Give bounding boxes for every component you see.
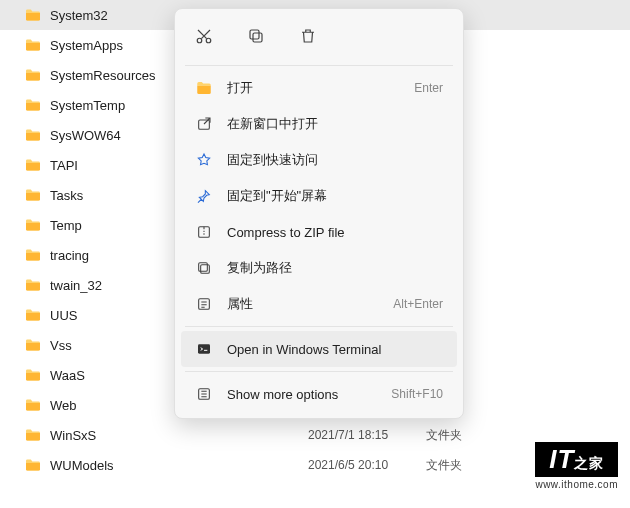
folder-open-icon (195, 79, 213, 97)
svg-rect-4 (199, 120, 210, 129)
context-menu: 打开 Enter 在新窗口中打开 固定到快速访问 固定到"开始"屏幕 Compr… (174, 8, 464, 419)
svg-point-0 (197, 38, 202, 43)
folder-icon (24, 338, 42, 352)
menu-new-window[interactable]: 在新窗口中打开 (181, 106, 457, 142)
folder-icon (24, 248, 42, 262)
folder-type: 文件夹 (426, 427, 486, 444)
copy-icon (247, 27, 265, 45)
context-menu-toolbar (175, 15, 463, 61)
menu-more-options[interactable]: Show more options Shift+F10 (181, 376, 457, 412)
menu-label: 属性 (227, 295, 379, 313)
folder-icon (24, 428, 42, 442)
menu-label: Compress to ZIP file (227, 225, 443, 240)
divider (185, 65, 453, 66)
cut-icon (195, 27, 213, 45)
menu-label: 复制为路径 (227, 259, 443, 277)
menu-pin-quick[interactable]: 固定到快速访问 (181, 142, 457, 178)
star-icon (195, 151, 213, 169)
folder-icon (24, 98, 42, 112)
folder-icon (24, 8, 42, 22)
watermark-logo-text: IT (549, 444, 574, 474)
watermark: IT之家 www.ithome.com (535, 442, 618, 490)
folder-icon (24, 128, 42, 142)
menu-open[interactable]: 打开 Enter (181, 70, 457, 106)
cut-button[interactable] (189, 21, 219, 51)
delete-button[interactable] (293, 21, 323, 51)
more-options-icon (195, 385, 213, 403)
svg-rect-9 (198, 344, 210, 353)
folder-date: 2021/7/1 18:15 (308, 428, 418, 442)
copy-button[interactable] (241, 21, 271, 51)
properties-icon (195, 295, 213, 313)
menu-zip[interactable]: Compress to ZIP file (181, 214, 457, 250)
pin-icon (195, 187, 213, 205)
folder-icon (24, 458, 42, 472)
terminal-icon (195, 340, 213, 358)
folder-icon (24, 278, 42, 292)
folder-date: 2021/6/5 20:10 (308, 458, 418, 472)
folder-icon (24, 68, 42, 82)
divider (185, 371, 453, 372)
folder-name: WUModels (50, 458, 300, 473)
svg-rect-3 (250, 30, 259, 39)
trash-icon (299, 27, 317, 45)
copy-path-icon (195, 259, 213, 277)
menu-label: 固定到"开始"屏幕 (227, 187, 443, 205)
menu-label: Show more options (227, 387, 377, 402)
folder-type: 文件夹 (426, 457, 486, 474)
folder-name: WinSxS (50, 428, 300, 443)
svg-point-1 (206, 38, 211, 43)
svg-rect-2 (253, 33, 262, 42)
folder-icon (24, 188, 42, 202)
folder-icon (24, 308, 42, 322)
menu-label: Open in Windows Terminal (227, 342, 443, 357)
new-window-icon (195, 115, 213, 133)
svg-rect-7 (199, 263, 208, 272)
menu-label: 在新窗口中打开 (227, 115, 443, 133)
menu-pin-start[interactable]: 固定到"开始"屏幕 (181, 178, 457, 214)
menu-terminal[interactable]: Open in Windows Terminal (181, 331, 457, 367)
folder-icon (24, 398, 42, 412)
menu-label: 固定到快速访问 (227, 151, 443, 169)
folder-icon (24, 158, 42, 172)
watermark-url: www.ithome.com (535, 479, 618, 490)
menu-copy-path[interactable]: 复制为路径 (181, 250, 457, 286)
menu-properties[interactable]: 属性 Alt+Enter (181, 286, 457, 322)
folder-icon (24, 368, 42, 382)
menu-shortcut: Alt+Enter (393, 297, 443, 311)
svg-rect-6 (201, 265, 210, 274)
menu-shortcut: Shift+F10 (391, 387, 443, 401)
watermark-logo: IT之家 (535, 442, 618, 477)
menu-shortcut: Enter (414, 81, 443, 95)
divider (185, 326, 453, 327)
folder-icon (24, 218, 42, 232)
zip-icon (195, 223, 213, 241)
menu-label: 打开 (227, 79, 400, 97)
folder-icon (24, 38, 42, 52)
